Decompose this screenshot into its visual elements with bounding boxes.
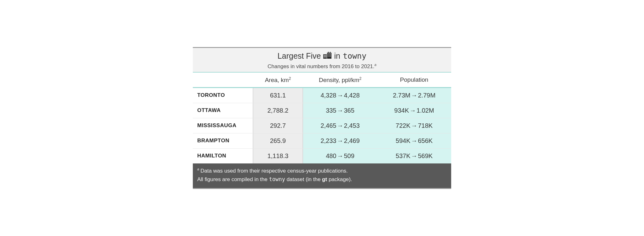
row-stub: BRAMPTON [193, 133, 253, 148]
cell-population: 594K → 656K [377, 133, 451, 148]
svg-rect-16 [330, 55, 331, 55]
table-row: MISSISSAUGA292.72,465 → 2,453722K → 718K [193, 118, 451, 133]
svg-rect-7 [326, 56, 326, 56]
col-head-population: Population [377, 73, 451, 87]
svg-rect-13 [330, 53, 331, 54]
arrow-icon: → [337, 107, 343, 114]
cell-density: 4,328 → 4,428 [303, 88, 377, 103]
svg-rect-10 [326, 57, 326, 57]
svg-rect-20 [328, 52, 329, 53]
table-row: BRAMPTON265.92,233 → 2,469594K → 656K [193, 133, 451, 148]
city-icon [323, 51, 331, 61]
subtitle-text: Changes in vital numbers from 2016 to 20… [267, 63, 374, 69]
title-text-pre: Largest Five [278, 51, 321, 61]
data-table: Largest Five [193, 47, 451, 189]
svg-rect-18 [329, 56, 330, 56]
title-text-in: in [334, 51, 340, 61]
svg-rect-6 [325, 56, 325, 56]
footnote-line: aData was used from their respective cen… [197, 167, 447, 175]
cell-density: 2,233 → 2,469 [303, 133, 377, 148]
svg-rect-11 [328, 53, 328, 54]
arrow-icon: → [410, 107, 416, 114]
table-title: Largest Five [278, 51, 366, 61]
cell-area: 2,788.2 [253, 103, 303, 118]
table-header: Largest Five [193, 48, 451, 73]
row-stub: HAMILTON [193, 149, 253, 163]
arrow-icon: → [337, 92, 343, 99]
svg-rect-2 [324, 55, 325, 56]
cell-population: 537K → 569K [377, 149, 451, 163]
subtitle-footnote-mark: a [375, 63, 377, 67]
svg-rect-4 [326, 55, 326, 56]
column-header-row: Area, km2 Density, ppl/km2 Population [193, 73, 451, 88]
svg-rect-17 [328, 56, 328, 56]
row-stub: OTTAWA [193, 103, 253, 118]
svg-rect-9 [325, 57, 325, 57]
row-stub: TORONTO [193, 88, 253, 103]
cell-area: 292.7 [253, 118, 303, 133]
table-footer: aData was used from their respective cen… [193, 163, 451, 188]
cell-population: 722K → 718K [377, 118, 451, 133]
svg-rect-5 [324, 56, 325, 56]
arrow-icon: → [337, 137, 343, 145]
footnote-mark: a [197, 167, 199, 171]
svg-rect-15 [329, 55, 330, 55]
source-note-line: All figures are compiled in the towny da… [197, 175, 447, 184]
arrow-icon: → [337, 152, 343, 160]
arrow-icon: → [411, 122, 417, 129]
svg-rect-3 [325, 55, 325, 56]
table-row: HAMILTON1,118.3480 → 509537K → 569K [193, 148, 451, 163]
cell-population: 2.73M → 2.79M [377, 88, 451, 103]
cell-density: 335 → 365 [303, 103, 377, 118]
arrow-icon: → [337, 122, 343, 129]
cell-area: 265.9 [253, 133, 303, 148]
col-head-stub [193, 73, 253, 87]
svg-rect-8 [324, 57, 325, 57]
arrow-icon: → [411, 92, 417, 99]
svg-rect-12 [329, 53, 330, 54]
col-head-area: Area, km2 [253, 73, 303, 87]
table-row: TORONTO631.14,328 → 4,4282.73M → 2.79M [193, 88, 451, 103]
table-row: OTTAWA2,788.2335 → 365934K → 1.02M [193, 103, 451, 118]
cell-density: 2,465 → 2,453 [303, 118, 377, 133]
cell-area: 1,118.3 [253, 149, 303, 163]
svg-rect-14 [328, 55, 328, 55]
cell-area: 631.1 [253, 88, 303, 103]
cell-population: 934K → 1.02M [377, 103, 451, 118]
col-head-density: Density, ppl/km2 [303, 73, 377, 87]
svg-rect-21 [330, 52, 331, 53]
title-text-mono: towny [343, 51, 366, 61]
table-subtitle: Changes in vital numbers from 2016 to 20… [198, 63, 446, 70]
table-body: TORONTO631.14,328 → 4,4282.73M → 2.79MOT… [193, 88, 451, 163]
arrow-icon: → [411, 152, 417, 160]
row-stub: MISSISSAUGA [193, 118, 253, 133]
arrow-icon: → [411, 137, 417, 145]
cell-density: 480 → 509 [303, 149, 377, 163]
svg-rect-19 [330, 56, 331, 56]
footnote-text: Data was used from their respective cens… [200, 168, 348, 174]
